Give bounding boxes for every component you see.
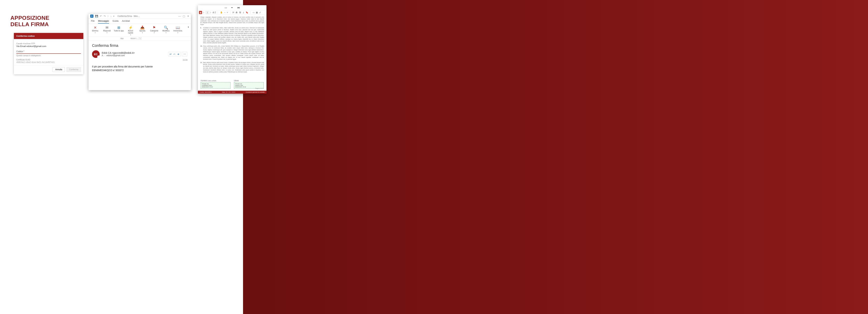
hand-tool-icon[interactable]: ✋ xyxy=(220,11,223,14)
panel-toggle-icon[interactable]: ▭ xyxy=(225,6,227,9)
ribbon: ✕ Elimina ▾ ✉ Rispondi ▾ ⊞ Tutte le app … xyxy=(89,24,191,37)
outlook-titlebar: O 💾 ↶ ↷ ↑ ↓ ▾ Conferma firma - Mes… — ▢ … xyxy=(89,14,191,19)
ribbon-apps-label: Tutte le app xyxy=(114,30,124,32)
nav-down-icon[interactable]: ↓ xyxy=(111,15,112,18)
pdf-toolbar: ▦ ‹ 2 › di 2 ✋ − + ⟳ 🖶 🖫 ⤓ 🔖 ▭ ▦ ⤢ xyxy=(198,10,267,15)
bookmark-icon[interactable]: 🔖 xyxy=(246,11,248,14)
ribbon-group-quick-label: Azioni r… xyxy=(130,37,138,39)
save-pdf-icon[interactable]: 🖫 xyxy=(239,11,241,14)
pdf-para-11: Nam ultrices rhoncus velit cursus luctus… xyxy=(200,62,264,73)
delete-icon: ✕ xyxy=(94,26,97,30)
ribbon-apps[interactable]: ⊞ Tutte le app xyxy=(113,25,124,36)
ribbon-move[interactable]: 📥 Sposta ▾ xyxy=(137,25,148,36)
forward-action-icon[interactable]: ➔ xyxy=(177,53,179,56)
ribbon-move-label: Sposta xyxy=(140,30,145,32)
sig-right-l2: Stefano Zani xyxy=(235,84,262,86)
nav-up-icon[interactable]: ↑ xyxy=(107,15,109,18)
signature-box-provider[interactable]: Firmato da: Certificato Edok - 04/06/202… xyxy=(201,82,230,89)
reply-action-icon[interactable]: ↩ xyxy=(169,53,172,56)
page-next-icon[interactable]: › xyxy=(210,11,211,14)
ribbon-group-quick: Azioni r… ↘ xyxy=(130,37,142,39)
maximize-icon[interactable]: ▢ xyxy=(183,15,185,18)
otp-dialog: Conferma codice Canale ricezione OTP Via… xyxy=(14,33,83,74)
otp-code-error: Questo campo è obbligatorio xyxy=(16,55,81,57)
reply-all-action-icon[interactable]: ⤺ xyxy=(174,53,176,56)
tab-file[interactable]: File xyxy=(91,20,95,24)
print-icon[interactable]: 🖶 xyxy=(236,11,238,14)
tab-guide[interactable]: Guida xyxy=(113,20,119,24)
confirm-button[interactable]: Conferma xyxy=(66,67,81,72)
sign-pen-icon[interactable]: ✒ xyxy=(231,6,233,9)
zoom-in-icon[interactable]: + xyxy=(227,11,228,14)
close-icon[interactable]: ✕ xyxy=(187,15,189,18)
download-icon[interactable]: ⤓ xyxy=(243,11,244,14)
slide-title-line1: APPOSIZIONE xyxy=(10,15,49,21)
apps-icon: ⊞ xyxy=(117,26,120,30)
pdf-footer: Codice: AA12345-1 Data: XX / XX / XXXX C… xyxy=(198,91,267,94)
ribbon-immersive[interactable]: 📖 Immersiva ▾ xyxy=(172,25,183,36)
chevron-down-icon: ▾ xyxy=(142,32,143,34)
avatar-initials: EC xyxy=(94,53,98,56)
undo-icon[interactable]: ↶ xyxy=(100,15,102,18)
ribbon-collapse-icon[interactable]: ▾ xyxy=(187,25,190,36)
ribbon-reply[interactable]: ✉ Rispondi ▾ xyxy=(101,25,113,36)
ribbon-delete[interactable]: ✕ Elimina ▾ xyxy=(90,25,101,36)
redo-icon[interactable]: ↷ xyxy=(104,15,106,18)
pdf-para-10: Cras scelerisque justo odio, ornare faci… xyxy=(200,45,264,60)
sender-name: Edok CA <gaccrediti@edok.it> xyxy=(102,51,135,54)
ribbon-tabs: File Messaggio Guida Acrobat xyxy=(89,19,191,24)
message-body-line1: Il pin per procedere alla firma del docu… xyxy=(92,65,187,68)
pdf-para-9: Curabitur ut condimentum tellus, vitae m… xyxy=(200,27,264,44)
move-icon: 📥 xyxy=(140,26,145,30)
tab-message[interactable]: Messaggio xyxy=(98,20,109,24)
prev-page-icon[interactable]: ‹ xyxy=(204,11,204,14)
zoom-out-icon[interactable]: − xyxy=(224,11,225,14)
pdf-viewer: ▭ ✒ ⧓ ▦ ‹ 2 › di 2 ✋ − + ⟳ 🖶 🖫 ⤓ 🔖 ▭ ▦ ⤢… xyxy=(198,5,267,94)
presence-icon: ○ xyxy=(104,54,105,57)
page-input[interactable]: 2 xyxy=(206,11,209,14)
minimize-icon[interactable]: — xyxy=(178,15,181,18)
pdf-footer-code: Codice: AA12345-1 xyxy=(199,92,212,93)
otp-code-label: Codice * xyxy=(16,50,24,53)
ribbon-categories[interactable]: ⚑ Categorie ▾ xyxy=(149,25,160,36)
signature-provider: Fornitore Codice contratto Firmato da: C… xyxy=(201,80,230,89)
otp-dialog-header: Conferma codice xyxy=(14,33,83,39)
dialog-launcher-icon[interactable]: ↘ xyxy=(139,37,142,39)
two-page-icon[interactable]: ▦ xyxy=(256,11,258,14)
outlook-logo-icon: O xyxy=(90,14,93,18)
share-icon[interactable]: ⧓ xyxy=(237,6,240,9)
ribbon-delete-label: Elimina xyxy=(92,30,98,32)
slide-title-line2: DELLA FIRMA xyxy=(10,21,49,28)
chevron-down-icon: ▾ xyxy=(166,32,166,34)
sig-left-l3: 04/06/2024 15:03 xyxy=(202,86,229,88)
pdf-para-pre: Integer vulputate. Aliquam sodales, eros… xyxy=(200,16,264,26)
otp-channel-value: Via Email edoksrl@gmail.com xyxy=(16,45,81,47)
otp-code-input[interactable]: Codice * xyxy=(16,50,81,54)
thumbnails-icon[interactable]: ▦ xyxy=(199,11,202,14)
reply-icon: ✉ xyxy=(105,26,108,30)
pdf-footer-right: Condizioni generali di contratto xyxy=(246,92,265,93)
cancel-button[interactable]: Annulla xyxy=(53,67,65,72)
rotate-icon[interactable]: ⟳ xyxy=(232,11,234,14)
single-page-icon[interactable]: ▭ xyxy=(253,11,254,14)
more-actions-button[interactable]: ⋯ xyxy=(182,52,187,56)
titlebar-overflow-icon[interactable]: ▾ xyxy=(113,15,115,18)
pdf-top-toolbar: ▭ ✒ ⧓ xyxy=(198,5,267,10)
window-title: Conferma firma - Mes… xyxy=(118,15,177,18)
sig-left-l2: Certificato Edok - xyxy=(202,84,229,86)
ribbon-quickactions[interactable]: ⚡ Azioni rapide ▾ xyxy=(125,25,136,36)
otp-channel-label: Canale ricezione OTP xyxy=(16,42,81,44)
pdf-page[interactable]: Integer vulputate. Aliquam sodales, eros… xyxy=(198,15,267,78)
message-subject: Conferma firma xyxy=(92,43,187,48)
sig-left-l1: Firmato da: xyxy=(202,83,229,84)
ribbon-categories-label: Categorie xyxy=(150,30,158,32)
otp-guid-value: 46803ec1-dba2-4cee-8e01-4e1def6f7e01 xyxy=(16,61,81,64)
to-label: A xyxy=(102,54,103,57)
tab-acrobat[interactable]: Acrobat xyxy=(122,20,130,24)
chevron-down-icon: ▾ xyxy=(106,32,107,34)
ribbon-quick-label: Azioni rapide xyxy=(125,30,136,34)
fullscreen-icon[interactable]: ⤢ xyxy=(259,11,261,14)
ribbon-reply-label: Rispondi xyxy=(103,30,111,32)
save-icon[interactable]: 💾 xyxy=(95,15,98,18)
ribbon-modify[interactable]: 🔍 Modifica ▾ xyxy=(160,25,172,36)
